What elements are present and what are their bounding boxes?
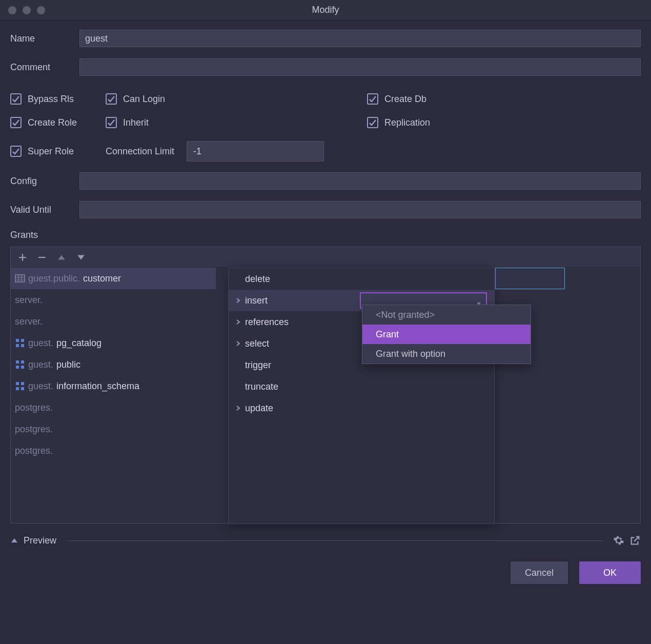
gear-icon[interactable] [613,535,624,546]
comment-label: Comment [10,62,79,73]
valid-until-label: Valid Until [10,205,79,215]
svg-rect-2 [15,275,25,282]
comment-input[interactable] [79,58,641,76]
tree-item[interactable]: postgres. [11,418,216,440]
privilege-name: truncate [243,381,360,392]
titlebar: Modify [0,0,651,21]
tree-item[interactable]: postgres. [11,397,216,418]
privilege-name: trigger [243,360,360,371]
inherit-label: Inherit [123,117,149,128]
name-input[interactable] [79,30,641,47]
replication-checkbox[interactable]: Replication [367,111,641,134]
divider [67,540,603,541]
svg-rect-17 [16,387,19,390]
privilege-name: insert [243,295,360,306]
open-external-icon[interactable] [629,535,641,546]
svg-rect-18 [21,387,24,390]
table-icon [15,274,25,283]
dropdown-option[interactable]: Grant [362,325,531,344]
svg-rect-15 [16,382,19,385]
ok-button[interactable]: OK [579,561,641,584]
svg-rect-16 [21,382,24,385]
tree-item[interactable]: server. [11,311,216,332]
grant-editor-cell[interactable] [495,268,565,289]
super-role-label: Super Role [28,146,74,157]
bypass-rls-label: Bypass Rls [28,94,74,105]
grants-panel: guest.public.customerserver.server.guest… [10,247,641,524]
checkbox-icon [10,93,22,105]
schema-icon [15,381,25,391]
chevron-right-icon [234,340,243,347]
preview-label[interactable]: Preview [24,535,56,546]
tree-item[interactable]: guest.public [11,354,216,375]
svg-rect-14 [21,366,24,369]
privilege-row[interactable]: delete [229,268,494,290]
tree-item[interactable]: postgres. [11,440,216,461]
schema-icon [15,359,25,370]
create-role-label: Create Role [28,117,77,128]
add-button[interactable] [17,252,28,263]
privilege-row[interactable]: truncate [229,376,494,397]
name-label: Name [10,33,79,44]
privilege-row[interactable]: update [229,397,494,419]
move-down-button[interactable] [75,252,87,263]
svg-rect-11 [16,360,19,364]
connection-limit-label: Connection Limit [106,146,174,157]
checkbox-icon [106,93,117,105]
tree-item[interactable]: guest.pg_catalog [11,332,216,354]
replication-label: Replication [384,117,430,128]
bypass-rls-checkbox[interactable]: Bypass Rls [10,87,106,111]
checkbox-icon [106,117,117,128]
can-login-checkbox[interactable]: Can Login [106,87,367,111]
tree-item[interactable]: server. [11,289,216,311]
privilege-name: references [243,317,360,328]
privilege-name: update [243,403,360,414]
svg-rect-10 [21,344,24,347]
chevron-right-icon [234,405,243,411]
create-role-checkbox[interactable]: Create Role [10,111,106,134]
svg-rect-12 [21,360,24,364]
dropdown-option[interactable]: Grant with option [362,344,531,364]
svg-marker-1 [77,255,85,259]
schema-icon [15,338,25,348]
create-db-label: Create Db [384,94,426,105]
grants-tree[interactable]: guest.public.customerserver.server.guest… [11,268,216,523]
move-up-button[interactable] [56,252,67,263]
window-title: Modify [0,5,651,15]
tree-item[interactable]: guest.public.customer [11,268,216,289]
svg-rect-13 [16,366,19,369]
remove-button[interactable] [36,252,48,263]
connection-limit-input[interactable] [187,141,324,162]
svg-rect-8 [21,339,24,342]
chevron-right-icon [234,297,243,304]
svg-marker-20 [11,538,17,542]
svg-marker-0 [58,255,65,259]
checkbox-icon [367,117,378,128]
grants-label: Grants [10,230,641,240]
grant-status-dropdown-menu[interactable]: <Not granted>GrantGrant with option [362,305,531,364]
checkbox-icon [367,93,378,105]
config-label: Config [10,176,79,187]
create-db-checkbox[interactable]: Create Db [367,87,641,111]
checkbox-icon [10,146,22,157]
config-input[interactable] [79,172,641,190]
privilege-name: select [243,338,360,349]
tree-item[interactable]: guest.information_schema [11,375,216,397]
inherit-checkbox[interactable]: Inherit [106,111,367,134]
svg-rect-9 [16,344,19,347]
super-role-checkbox[interactable]: Super Role [10,146,106,157]
chevron-right-icon [234,319,243,325]
checkbox-icon [10,117,22,128]
cancel-button[interactable]: Cancel [511,561,568,584]
privilege-name: delete [243,274,360,285]
svg-rect-7 [16,339,19,342]
can-login-label: Can Login [123,94,165,105]
grants-toolbar [11,247,640,268]
preview-collapse-icon[interactable] [10,536,18,545]
dropdown-option[interactable]: <Not granted> [362,305,531,325]
valid-until-input[interactable] [79,201,641,218]
